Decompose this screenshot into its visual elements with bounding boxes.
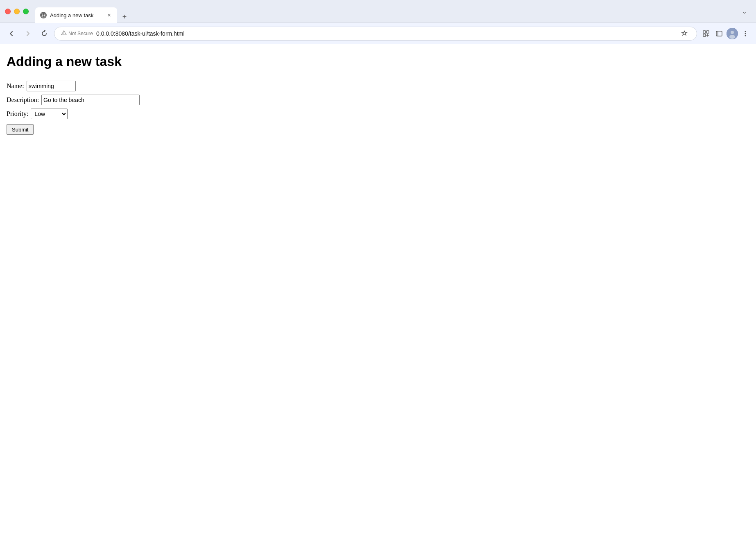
nav-right-actions [700, 28, 751, 39]
security-indicator: Not Secure [61, 30, 93, 37]
address-bar-actions [679, 28, 690, 39]
title-bar: Adding a new task ✕ + ⌄ [0, 0, 756, 23]
tab-favicon-icon [40, 12, 47, 18]
svg-point-12 [745, 33, 746, 34]
profile-avatar[interactable] [727, 28, 738, 39]
warning-icon [61, 30, 67, 37]
page-content: Adding a new task Name: Description: Pri… [0, 44, 756, 544]
window-controls: ⌄ [738, 5, 751, 18]
forward-button[interactable] [21, 27, 34, 40]
svg-point-2 [63, 34, 64, 34]
priority-row: Priority: LowMediumHigh [7, 109, 749, 119]
back-button[interactable] [5, 27, 18, 40]
new-tab-button[interactable]: + [119, 11, 130, 23]
name-input[interactable] [27, 81, 76, 91]
svg-point-9 [731, 31, 734, 34]
expand-button[interactable]: ⌄ [738, 5, 751, 18]
address-bar[interactable]: Not Secure 0.0.0.0:8080/task-ui/task-for… [54, 27, 697, 41]
name-row: Name: [7, 81, 749, 91]
task-form: Name: Description: Priority: LowMediumHi… [7, 81, 749, 135]
svg-rect-6 [716, 31, 722, 36]
description-label: Description: [7, 96, 39, 104]
submit-row: Submit [7, 122, 749, 135]
maximize-window-button[interactable] [23, 9, 29, 14]
nav-bar: Not Secure 0.0.0.0:8080/task-ui/task-for… [0, 23, 756, 44]
description-row: Description: [7, 95, 749, 105]
tab-close-button[interactable]: ✕ [106, 12, 112, 18]
svg-rect-3 [703, 31, 706, 33]
tab-title: Adding a new task [50, 12, 102, 18]
minimize-window-button[interactable] [14, 9, 20, 14]
svg-rect-5 [703, 34, 706, 36]
extensions-button[interactable] [700, 28, 712, 39]
priority-label: Priority: [7, 110, 28, 118]
sidebar-toggle-button[interactable] [713, 28, 725, 39]
url-display[interactable]: 0.0.0.0:8080/task-ui/task-form.html [96, 30, 672, 37]
active-tab[interactable]: Adding a new task ✕ [35, 7, 117, 23]
submit-button[interactable]: Submit [7, 124, 34, 135]
browser-window: Adding a new task ✕ + ⌄ [0, 0, 756, 544]
bookmark-button[interactable] [679, 28, 690, 39]
svg-point-10 [729, 35, 735, 39]
tab-bar: Adding a new task ✕ + [35, 0, 735, 23]
name-label: Name: [7, 82, 24, 90]
svg-point-13 [745, 35, 746, 36]
svg-point-11 [745, 31, 746, 32]
traffic-lights [5, 9, 29, 14]
description-input[interactable] [41, 95, 140, 105]
svg-rect-4 [706, 31, 709, 33]
menu-button[interactable] [740, 28, 751, 39]
security-label: Not Secure [68, 31, 93, 36]
reload-button[interactable] [38, 27, 51, 40]
close-window-button[interactable] [5, 9, 11, 14]
priority-select[interactable]: LowMediumHigh [31, 109, 68, 119]
page-title: Adding a new task [7, 54, 749, 69]
